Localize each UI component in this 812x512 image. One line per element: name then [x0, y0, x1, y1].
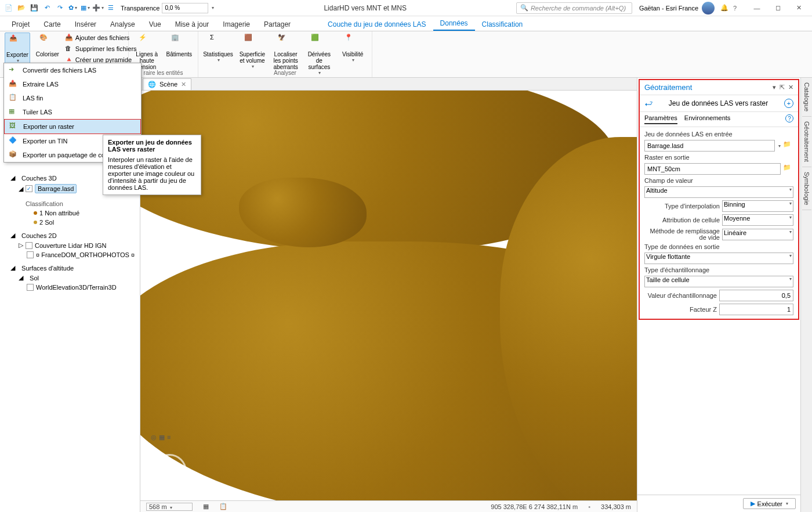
qat-open-icon[interactable]: 📂 — [16, 3, 27, 13]
tab-miseajour[interactable]: Mise à jour — [168, 18, 216, 31]
command-search-input[interactable]: 🔍 Recherche de commande (Alt+Q) — [516, 2, 632, 14]
group-sol[interactable]: ◢ Sol — [2, 273, 137, 283]
tab-carte[interactable]: Carte — [37, 18, 67, 31]
chevron-down-icon[interactable]: ▾ — [778, 143, 781, 149]
qat-layers-icon[interactable]: ☰ — [106, 3, 116, 13]
output-raster-field[interactable] — [644, 163, 781, 175]
layer-worldelev[interactable]: WorldElevation3D/Terrain3D — [2, 283, 137, 292]
grid-icon[interactable]: ▦ — [159, 434, 165, 441]
legend-dot-icon — [34, 221, 37, 224]
qat-tool-icon[interactable]: ✿▾ — [67, 3, 78, 13]
export-icon: 📤 — [9, 34, 26, 51]
zfactor-field[interactable] — [719, 304, 793, 315]
qat-save-icon[interactable]: 💾 — [29, 3, 39, 13]
status-icon[interactable]: ▦ — [203, 503, 209, 510]
help-icon[interactable]: ? — [785, 114, 793, 122]
scale-input[interactable]: 568 m ▾ — [146, 503, 193, 511]
qat-new-icon[interactable]: 📄 — [3, 3, 14, 13]
help-icon[interactable]: ? — [730, 3, 740, 13]
side-tab-symbologie[interactable]: Symbologie — [802, 167, 811, 210]
tab-projet[interactable]: Projet — [5, 18, 37, 31]
document-title: LidarHD vers MNT et MNS — [214, 4, 516, 12]
minimize-button[interactable]: — — [747, 1, 767, 15]
coloriser-button[interactable]: 🎨 Coloriser — [35, 33, 60, 59]
qat-redo-icon[interactable]: ↷ — [55, 3, 65, 13]
tab-analyse[interactable]: Analyse — [103, 18, 142, 31]
add-favorite-icon[interactable]: + — [784, 99, 793, 108]
class-non-attribue[interactable]: 1 Non attribué — [2, 208, 137, 218]
status-icon[interactable]: 📋 — [219, 503, 227, 510]
globe-icon: 🌐 — [148, 81, 156, 88]
run-button[interactable]: ▶Exécuter▾ — [743, 498, 796, 509]
visibility-button[interactable]: 📍Visibilité▾ — [338, 33, 367, 64]
user-account[interactable]: Gaëtan - Esri France — [639, 2, 715, 15]
navigator-compass[interactable]: ↻ — [152, 454, 187, 489]
side-tab-catalogue[interactable]: Catalogue — [802, 78, 811, 117]
browse-icon[interactable]: 📁 — [783, 164, 793, 174]
cell-assign-select[interactable]: Moyenne▾ — [722, 214, 793, 226]
panel-title: Géotraitement — [644, 83, 692, 92]
input-las-field[interactable] — [644, 140, 775, 152]
interp-select[interactable]: Binning▾ — [722, 200, 793, 212]
void-fill-select[interactable]: Linéaire▾ — [722, 229, 793, 240]
checkbox-icon[interactable] — [27, 284, 34, 291]
sampling-value-field[interactable] — [719, 290, 793, 301]
remove-files-button[interactable]: 🗑Supprimer les fichiers — [65, 44, 137, 54]
tab-vue[interactable]: Vue — [142, 18, 168, 31]
checkbox-icon[interactable] — [26, 242, 32, 249]
derivatives-icon: 🟩 — [311, 34, 327, 50]
scene-tab[interactable]: 🌐 Scène ✕ — [143, 78, 191, 90]
label-void-fill: Méthode de remplissage de vide — [644, 228, 720, 241]
tab-inserer[interactable]: Insérer — [68, 18, 103, 31]
layers-icon[interactable]: ≡ — [167, 434, 171, 441]
menu-tile-las[interactable]: ▦Tuiler LAS — [4, 105, 141, 119]
add-files-button[interactable]: 📥Ajouter des fichiers — [65, 33, 137, 43]
notification-bell-icon[interactable]: 🔔 — [719, 3, 730, 13]
menu-export-raster[interactable]: 🖼Exporter un raster — [4, 119, 141, 134]
locate-outliers-button[interactable]: 🦅Localiser les points aberrants — [271, 33, 300, 71]
label-cell-assign: Attribution de cellule — [644, 217, 720, 223]
tab-environnements[interactable]: Environnements — [684, 114, 731, 124]
pin-icon[interactable]: ⇱ — [780, 84, 785, 91]
buildings-button[interactable]: 🏢 Bâtiments — [165, 33, 193, 59]
tab-imagerie[interactable]: Imagerie — [216, 18, 257, 31]
class-sol[interactable]: 2 Sol — [2, 218, 137, 227]
sampling-type-select[interactable]: Taille de cellule▾ — [644, 276, 793, 287]
quick-access-toolbar: 📄 📂 💾 ↶ ↷ ✿▾ ▦▾ ➕▾ ☰ — [3, 3, 116, 13]
dock-icon[interactable]: ▾ — [773, 84, 776, 91]
menu-las-fin[interactable]: 📋LAS fin — [4, 91, 141, 105]
menu-convert-las[interactable]: ➜Convertir des fichiers LAS — [4, 63, 141, 77]
tile-icon: ▦ — [9, 107, 18, 117]
layer-lidar-ign[interactable]: ▷Couverture Lidar HD IGN — [2, 240, 137, 250]
snap-icon[interactable]: ◎ — [151, 434, 157, 441]
qat-template-icon[interactable]: ▦▾ — [80, 3, 90, 13]
group-surfaces[interactable]: ◢ Surfaces d'altitude — [2, 263, 137, 273]
browse-icon[interactable]: 📁 — [783, 140, 793, 151]
layer-ortho[interactable]: ¤ FranceDOM_ORTHOPHOTOS ¤ — [2, 250, 137, 259]
map-toolbar: ◎ ▦ ≡ — [151, 434, 171, 441]
close-panel-icon[interactable]: ✕ — [788, 84, 793, 91]
tab-parametres[interactable]: Paramètres — [644, 114, 677, 124]
back-button-icon[interactable]: ⮐ — [644, 99, 652, 108]
side-tab-geotraitement[interactable]: Géotraitement — [802, 117, 811, 167]
group-couches-2d[interactable]: ◢ Couches 2D — [2, 230, 137, 240]
out-type-select[interactable]: Virgule flottante▾ — [644, 253, 793, 264]
transparency-input[interactable] — [162, 3, 208, 13]
maximize-button[interactable]: ◻ — [768, 1, 788, 15]
tab-donnees[interactable]: Données — [433, 17, 475, 31]
map-viewport[interactable]: ◎ ▦ ≡ ↻ — [140, 91, 637, 500]
checkbox-icon[interactable] — [27, 251, 34, 258]
tab-couche-las[interactable]: Couche du jeu de données LAS — [321, 18, 433, 31]
surface-volume-button[interactable]: 🟫Superficie et volume▾ — [238, 33, 267, 70]
qat-add-icon[interactable]: ➕▾ — [93, 3, 103, 13]
qat-undo-icon[interactable]: ↶ — [42, 3, 52, 13]
close-tab-icon[interactable]: ✕ — [181, 81, 186, 88]
tab-partager[interactable]: Partager — [257, 18, 298, 31]
close-button[interactable]: ✕ — [789, 1, 809, 15]
statistics-button[interactable]: ΣStatistiques▾ — [203, 33, 233, 64]
menu-extract-las[interactable]: 📤Extraire LAS — [4, 77, 141, 91]
value-field-select[interactable]: Altitude▾ — [644, 186, 793, 198]
checkbox-icon[interactable]: ✓ — [26, 185, 32, 192]
exporter-button[interactable]: 📤 Exporter ▾ — [5, 33, 30, 65]
tab-classification[interactable]: Classification — [475, 18, 530, 31]
